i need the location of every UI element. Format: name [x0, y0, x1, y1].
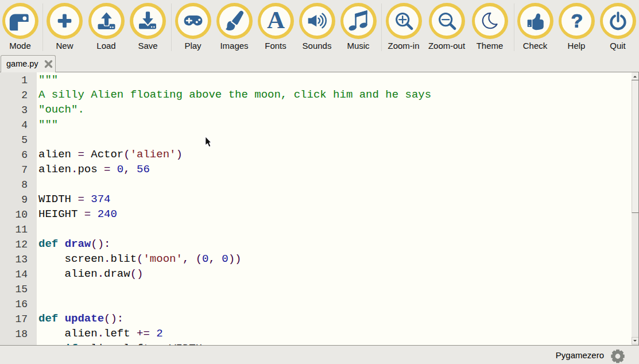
svg-text:A: A — [266, 6, 284, 33]
svg-text:?: ? — [571, 10, 583, 32]
